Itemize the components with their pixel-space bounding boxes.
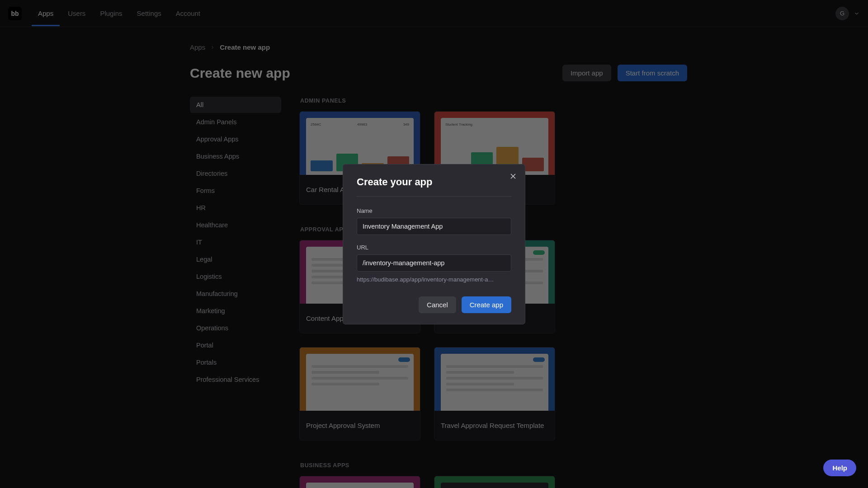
create-app-modal: Create your app Name URL https://budibas… xyxy=(343,164,525,324)
create-app-button[interactable]: Create app xyxy=(462,296,511,313)
name-input[interactable] xyxy=(357,218,511,235)
url-input[interactable] xyxy=(357,254,511,272)
url-hint: https://budibase.app/app/inventory-manag… xyxy=(357,276,511,283)
cancel-button[interactable]: Cancel xyxy=(419,296,456,313)
modal-actions: Cancel Create app xyxy=(357,296,511,313)
help-button[interactable]: Help xyxy=(823,460,856,476)
modal-overlay[interactable]: Create your app Name URL https://budibas… xyxy=(0,0,868,488)
close-icon[interactable] xyxy=(509,172,518,181)
name-label: Name xyxy=(357,207,511,214)
url-label: URL xyxy=(357,244,511,251)
modal-title: Create your app xyxy=(357,176,511,197)
